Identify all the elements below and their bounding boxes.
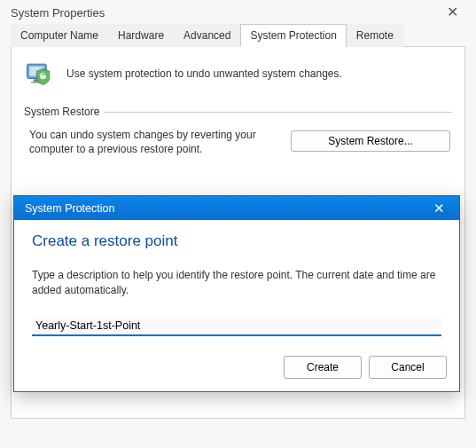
tab-remote[interactable]: Remote [347, 24, 403, 47]
system-restore-text: You can undo system changes by reverting… [29, 129, 269, 156]
tab-hardware[interactable]: Hardware [108, 24, 174, 47]
shield-monitor-icon [24, 58, 56, 90]
dialog-heading: Create a restore point [32, 232, 441, 250]
restore-point-description-input[interactable] [32, 318, 441, 336]
create-button[interactable]: Create [284, 356, 362, 379]
tabs-row: Computer Name Hardware Advanced System P… [0, 23, 476, 46]
protection-intro-text: Use system protection to undo unwanted s… [66, 67, 342, 80]
cancel-button[interactable]: Cancel [369, 356, 447, 379]
close-icon[interactable]: ✕ [438, 5, 467, 20]
tab-advanced[interactable]: Advanced [174, 24, 240, 47]
tab-computer-name[interactable]: Computer Name [11, 24, 108, 47]
window-title: System Properties [11, 6, 105, 20]
system-restore-header: System Restore [24, 106, 452, 118]
system-restore-button[interactable]: System Restore... [291, 130, 450, 152]
system-restore-label: System Restore [24, 106, 105, 118]
divider-line [105, 112, 452, 113]
dialog-title: System Protection [25, 202, 114, 215]
create-restore-point-dialog: System Protection ✕ Create a restore poi… [13, 195, 460, 392]
titlebar: System Properties ✕ [0, 0, 476, 23]
dialog-description: Type a description to help you identify … [32, 268, 441, 298]
dialog-body: Create a restore point Type a descriptio… [14, 220, 459, 349]
tab-system-protection[interactable]: System Protection [240, 24, 346, 47]
protection-intro: Use system protection to undo unwanted s… [24, 58, 452, 90]
dialog-footer: Create Cancel [14, 349, 459, 391]
system-restore-row: You can undo system changes by reverting… [24, 125, 452, 161]
svg-point-4 [40, 73, 46, 79]
dialog-titlebar: System Protection ✕ [14, 196, 459, 220]
close-icon[interactable]: ✕ [428, 201, 450, 215]
